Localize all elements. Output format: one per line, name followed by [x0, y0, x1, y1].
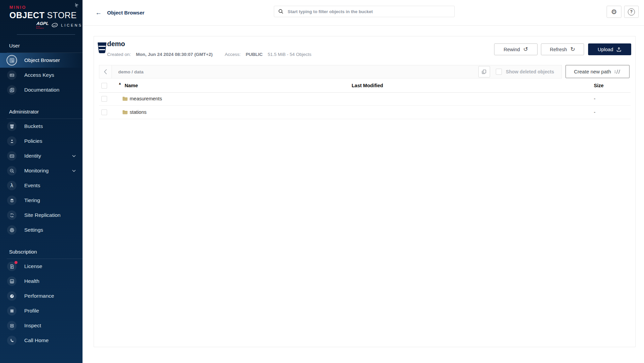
- policies-icon: [7, 136, 17, 146]
- breadcrumb: demo / data: [112, 69, 478, 74]
- product-name-light: STORE: [47, 10, 76, 20]
- sidebar-item-policies[interactable]: Policies: [0, 134, 83, 148]
- page-title: Object Browser: [107, 10, 144, 15]
- minio-wordmark: MINIO: [9, 5, 83, 10]
- back-arrow-icon[interactable]: ←: [95, 9, 102, 16]
- top-bar: ← Object Browser ⚙ ?: [83, 0, 644, 26]
- create-new-path-label: Create new path: [574, 69, 611, 74]
- license-badge-row: AGPL Free Software LICENSE: [36, 21, 83, 29]
- sidebar-item-label: Performance: [24, 293, 54, 299]
- navigate-back-button[interactable]: [99, 65, 112, 78]
- gear-icon: ⚙: [611, 8, 617, 15]
- table-row[interactable]: stations-: [99, 106, 631, 119]
- license-text: LICENSE: [61, 23, 83, 27]
- inspect-icon: [7, 321, 17, 330]
- sidebar-item-events[interactable]: λEvents: [0, 178, 83, 193]
- search-input[interactable]: [287, 9, 450, 14]
- refresh-button[interactable]: Refresh ↻: [541, 43, 584, 55]
- select-all-checkbox[interactable]: [101, 83, 107, 89]
- collapse-sidebar-icon[interactable]: [74, 2, 79, 7]
- sidebar-item-label: Identity: [24, 153, 41, 159]
- created-label: Created on:: [107, 52, 131, 57]
- row-checkbox[interactable]: [101, 96, 107, 102]
- sidebar-item-license[interactable]: License: [0, 259, 83, 274]
- object-name: measurements: [130, 96, 162, 101]
- folder-icon: [122, 96, 128, 101]
- profile-icon: [7, 306, 17, 316]
- sidebar-item-performance[interactable]: Performance: [0, 289, 83, 303]
- sidebar-item-label: Buckets: [24, 123, 43, 129]
- help-icon: ?: [628, 8, 635, 15]
- sidebar-item-label: Health: [24, 278, 39, 284]
- sidebar-item-health[interactable]: Health: [0, 274, 83, 289]
- settings-icon: [7, 225, 17, 235]
- minio-console: MINIO OBJECTSTORE AGPL Free Software LIC…: [0, 0, 644, 363]
- access-label: Access:: [225, 52, 240, 57]
- sidebar: MINIO OBJECTSTORE AGPL Free Software LIC…: [0, 0, 83, 363]
- monitoring-icon: [7, 166, 17, 175]
- sidebar-item-label: Inspect: [24, 323, 41, 329]
- sidebar-item-label: Site Replication: [24, 212, 61, 218]
- rewind-button[interactable]: Rewind ↺: [494, 43, 538, 55]
- agpl-swoosh-icon: [52, 23, 58, 27]
- search-icon: [278, 9, 284, 14]
- sidebar-item-identity[interactable]: Identity: [0, 148, 83, 163]
- sidebar-item-access-keys[interactable]: Access Keys: [0, 68, 83, 82]
- product-name: OBJECTSTORE: [9, 10, 83, 20]
- show-deleted-checkbox[interactable]: [496, 69, 502, 75]
- help-button[interactable]: ?: [624, 6, 639, 18]
- table-row[interactable]: measurements-: [99, 92, 631, 106]
- column-header-size[interactable]: Size: [594, 83, 604, 88]
- column-header-name[interactable]: Name: [125, 83, 138, 88]
- object-name: stations: [130, 109, 147, 115]
- page-header: ← Object Browser: [95, 0, 144, 25]
- settings-button[interactable]: ⚙: [607, 6, 621, 18]
- sidebar-item-label: Documentation: [24, 87, 59, 93]
- upload-button-label: Upload: [598, 47, 613, 52]
- show-deleted-label: Show deleted objects: [506, 69, 554, 74]
- sidebar-section-label: Subscription: [9, 249, 83, 255]
- object-list: measurements-stations-: [99, 92, 631, 119]
- sidebar-item-label: Access Keys: [24, 72, 54, 78]
- bucket-icon: [98, 42, 106, 54]
- object-browser-icon: [7, 56, 17, 65]
- access-value: PUBLIC: [246, 52, 263, 57]
- access-keys-icon: [7, 70, 17, 80]
- events-icon: λ: [7, 181, 17, 190]
- sidebar-item-label: Object Browser: [24, 57, 60, 63]
- sidebar-item-profile[interactable]: Profile: [0, 303, 83, 318]
- sidebar-item-label: Profile: [24, 308, 39, 314]
- upload-button[interactable]: Upload: [588, 43, 631, 55]
- sidebar-item-label: Policies: [24, 138, 42, 144]
- object-browser-card: demo Created on: Mon, Jun 24 2024 08:30:…: [94, 36, 636, 347]
- sidebar-menu: UserObject BrowserAccess KeysDocumentati…: [0, 43, 83, 348]
- sidebar-item-site-replication[interactable]: Site Replication: [0, 208, 83, 223]
- copy-path-button[interactable]: [478, 66, 490, 77]
- site-replication-icon: [7, 210, 17, 220]
- column-header-last-modified[interactable]: Last Modified: [352, 83, 383, 88]
- tiering-icon: [7, 196, 17, 205]
- performance-icon: [7, 291, 17, 301]
- sidebar-item-tiering[interactable]: Tiering: [0, 193, 83, 208]
- sidebar-item-object-browser[interactable]: Object Browser: [0, 53, 83, 68]
- buckets-icon: [7, 122, 17, 131]
- sidebar-item-label: Settings: [24, 227, 43, 233]
- call-home-icon: [7, 336, 17, 345]
- sidebar-item-settings[interactable]: Settings: [0, 223, 83, 237]
- sidebar-item-label: License: [24, 263, 42, 269]
- refresh-button-label: Refresh: [550, 47, 567, 52]
- chevron-down-icon: [72, 155, 76, 157]
- breadcrumb-bar: demo / data Show deleted objects: [99, 65, 562, 78]
- sidebar-item-call-home[interactable]: Call Home: [0, 333, 83, 348]
- sidebar-item-monitoring[interactable]: Monitoring: [0, 163, 83, 178]
- folder-icon: [122, 110, 128, 115]
- sidebar-item-documentation[interactable]: Documentation: [0, 82, 83, 97]
- bucket-name: demo: [107, 40, 125, 48]
- object-size: -: [594, 109, 595, 115]
- sidebar-item-inspect[interactable]: Inspect: [0, 318, 83, 333]
- sidebar-item-buckets[interactable]: Buckets: [0, 119, 83, 134]
- rewind-icon: ↺: [523, 46, 528, 52]
- chevron-down-icon: [72, 170, 76, 172]
- row-checkbox[interactable]: [101, 109, 107, 115]
- create-new-path-button[interactable]: Create new path: [566, 65, 630, 78]
